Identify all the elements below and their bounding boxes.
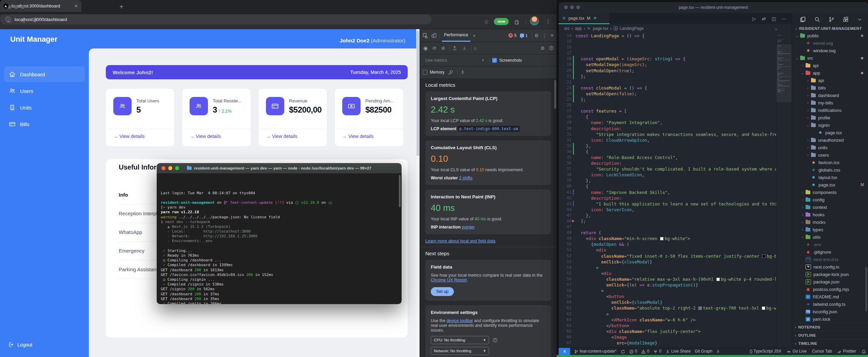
remote-indicator[interactable] <box>559 348 570 355</box>
tree-item-tailwind.config.ts[interactable]: ≈tailwind.config.ts <box>792 300 868 308</box>
terminal-title-bar[interactable]: resident-unit-management — yarn dev — ya… <box>157 163 402 174</box>
clear-icon[interactable]: ⊘ <box>441 45 445 51</box>
devtools-menu-icon[interactable]: ⋮ <box>542 33 547 38</box>
explorer-section-outline[interactable]: ›OUTLINE <box>792 331 868 339</box>
device-toolbar-icon[interactable] <box>431 33 437 38</box>
profile-avatar[interactable] <box>530 16 539 25</box>
tree-item-unauthorized[interactable]: ›unauthorized <box>792 136 868 144</box>
tree-item-bills[interactable]: ›bills <box>792 84 868 92</box>
terminal-window[interactable]: resident-unit-management — yarn dev — ya… <box>157 163 402 304</box>
tree-item-package.json[interactable]: jspackage.json <box>792 278 868 285</box>
terminal-output[interactable]: Last login: Tue Mar 4 08:14:07 on ttys00… <box>157 174 402 304</box>
devtools-scrollbar-thumb[interactable] <box>554 80 556 109</box>
tree-item-postcss.config.mjs[interactable]: ◉postcss.config.mjs <box>792 285 868 293</box>
view-details-link[interactable]: → View details <box>266 134 297 139</box>
tree-item-mocks[interactable]: ›mocks <box>792 218 868 226</box>
tree-item-page.tsx[interactable]: ⚛page.tsx <box>792 129 868 136</box>
inspect-icon[interactable] <box>423 33 428 38</box>
memory-checkbox[interactable] <box>423 70 427 75</box>
vscode-minimize-button[interactable] <box>570 5 574 9</box>
open-changes-icon[interactable]: ⇄ <box>762 16 766 21</box>
tree-item-units[interactable]: ›units <box>792 144 868 151</box>
vscode-title-bar[interactable]: page.tsx — resident-unit-management <box>559 2 868 13</box>
sidebar-item-bills[interactable]: Bills <box>4 116 85 132</box>
reload-icon[interactable]: ⟳ <box>33 17 38 24</box>
tab-close-icon[interactable]: ✕ <box>593 16 597 21</box>
record-reload-icon[interactable]: ⟳ <box>432 45 437 51</box>
explorer-section-timeline[interactable]: ›TIMELINE <box>792 339 868 347</box>
status-item-prettier[interactable]: Prettier <box>837 349 856 354</box>
tree-item-api[interactable]: ›api <box>792 77 868 84</box>
tree-item-types[interactable]: ›types <box>792 226 868 233</box>
screenshots-checkbox[interactable]: ✓ <box>492 58 497 63</box>
tree-item-globals.css[interactable]: #globals.css <box>792 166 868 174</box>
tree-item-profile[interactable]: ›profile <box>792 114 868 121</box>
tree-item-users[interactable]: ›users <box>792 151 868 159</box>
view-details-link[interactable]: → View details <box>113 134 144 139</box>
browser-tab[interactable]: localhost:3000/dashboard ✕ <box>0 0 81 12</box>
tree-item-package-lock.json[interactable]: jspackage-lock.json <box>792 271 868 278</box>
status-item-sync[interactable] <box>621 349 625 354</box>
tree-item-utils[interactable]: ›utils <box>792 233 868 241</box>
status-item-feat-content-update-[interactable]: feat-content-update* <box>574 349 617 354</box>
tree-item-.env[interactable]: ≡.env <box>792 241 868 248</box>
tree-item-components[interactable]: ›components <box>792 189 868 196</box>
status-item-beta[interactable] <box>716 349 720 354</box>
logout-button[interactable]: Logout <box>8 342 32 348</box>
setup-button[interactable]: Set up <box>431 287 454 296</box>
home-icon[interactable]: ⌂ <box>474 45 477 51</box>
extensions-icon[interactable] <box>843 16 849 22</box>
tree-item-context[interactable]: ›context <box>792 203 868 211</box>
tree-item-vercel.svg[interactable]: ✳vercel.svg <box>792 39 868 47</box>
issues-badge[interactable]: 1 <box>520 33 528 38</box>
terminal-zoom-button[interactable] <box>175 166 179 170</box>
terminal-minimize-button[interactable] <box>168 166 172 170</box>
status-item-git-graph[interactable]: Git Graph <box>695 349 712 354</box>
tree-item-page.tsx[interactable]: ⚛page.tsxM <box>792 181 868 189</box>
lcp-element-link[interactable]: p.text-indigo-600.text-sm <box>458 126 520 132</box>
tree-item-readme.md[interactable]: iREADME.md <box>792 293 868 300</box>
view-details-link[interactable]: → View details <box>342 134 373 139</box>
bookmark-star-icon[interactable]: ☆ <box>484 18 489 25</box>
devtools-settings-icon[interactable]: ⚙ <box>535 33 539 38</box>
status-item-go-live[interactable]: Go Live <box>787 349 806 354</box>
explorer-files-icon[interactable] <box>800 16 806 22</box>
breadcrumb[interactable]: src› app› ⚛ page.tsx› ⊘ LandingPage ⌄ <box>559 24 783 33</box>
sidebar-item-users[interactable]: Users <box>4 83 85 99</box>
address-bar[interactable]: ⓘ localhost:3000/dashboard <box>0 14 431 24</box>
tree-item-tsconfig.json[interactable]: TStsconfig.json <box>792 308 868 315</box>
sidebar-item-dashboard[interactable]: Dashboard <box>4 66 85 82</box>
tree-item-favicon.ico[interactable]: ★favicon.ico <box>792 159 868 166</box>
tree-item-dashboard[interactable]: ›dashboard <box>792 92 868 99</box>
capture-settings-icon[interactable]: ⚙ <box>540 45 545 51</box>
error-badge[interactable]: ✕5 <box>508 33 517 38</box>
tree-item-public[interactable]: ⌄public <box>792 32 868 39</box>
vscode-zoom-button[interactable] <box>576 5 580 9</box>
tree-item-window.svg[interactable]: ✳window.svg <box>792 47 868 54</box>
tree-item-next.config.ts[interactable]: Nnext.config.ts <box>792 263 868 271</box>
page-scrollbar-thumb[interactable] <box>417 31 419 156</box>
live-metrics-select[interactable]: Live metrics▼ <box>423 56 487 64</box>
tree-item-.gitignore[interactable]: ◆.gitignore <box>792 248 868 256</box>
project-root-header[interactable]: ⌄ RESIDENT-UNIT-MANAGEMENT <box>792 25 868 32</box>
code-editor[interactable]: 14const LandingPage = () => {15161718 co… <box>559 33 776 348</box>
tree-item-layout.tsx[interactable]: ⚛layout.tsx <box>792 174 868 181</box>
status-item-live-share[interactable]: Live Share <box>666 349 691 354</box>
more-tabs-icon[interactable]: » <box>473 33 476 38</box>
tree-item-next-env.d.ts[interactable]: TSnext-env.d.ts <box>792 256 868 263</box>
tab-performance[interactable]: Performance <box>442 29 470 42</box>
view-details-link[interactable]: → View details <box>190 134 221 139</box>
load-profile-icon[interactable] <box>452 45 457 51</box>
tree-item-hooks[interactable]: ›hooks <box>792 211 868 218</box>
split-editor-icon[interactable]: ◫ <box>772 16 776 21</box>
inp-pointer-link[interactable]: pointer <box>462 225 475 230</box>
tab-close-icon[interactable]: ✕ <box>74 3 78 8</box>
tree-item-signin[interactable]: ⌄signin <box>792 121 868 129</box>
explorer-scrollbar-thumb[interactable] <box>865 267 867 311</box>
gc-brush-icon[interactable] <box>448 70 454 75</box>
status-item-0[interactable]: 0 <box>629 349 637 354</box>
run-icon[interactable]: ▷ <box>752 16 756 21</box>
status-item-0[interactable]: 0 <box>641 349 649 354</box>
status-item--typescript-jsx[interactable]: () TypeScript JSX <box>750 349 781 354</box>
extension-new-badge[interactable]: new <box>494 18 509 25</box>
